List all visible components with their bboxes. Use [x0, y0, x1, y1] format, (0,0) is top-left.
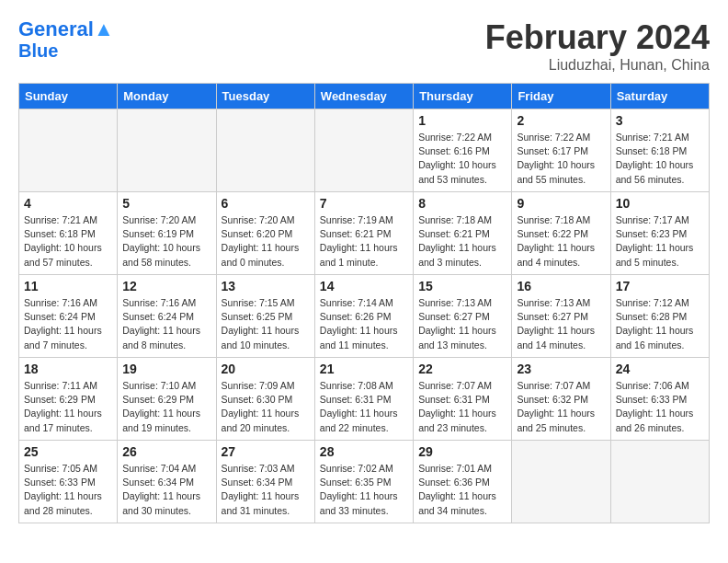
- day-sun-info: Sunrise: 7:18 AMSunset: 6:21 PMDaylight:…: [418, 213, 506, 270]
- day-number: 12: [122, 279, 210, 293]
- calendar-cell: [314, 109, 413, 192]
- day-sun-info: Sunrise: 7:21 AMSunset: 6:18 PMDaylight:…: [616, 131, 704, 187]
- day-number: 20: [222, 362, 310, 376]
- calendar-cell: 15Sunrise: 7:13 AMSunset: 6:27 PMDayligh…: [414, 275, 512, 358]
- calendar-cell: [216, 109, 314, 192]
- logo: General▲ Blue: [18, 18, 114, 61]
- calendar-cell: 3Sunrise: 7:21 AMSunset: 6:18 PMDaylight…: [610, 109, 709, 192]
- calendar-cell: 6Sunrise: 7:20 AMSunset: 6:20 PMDaylight…: [216, 192, 314, 275]
- page-header: General▲ Blue February 2024 Liuduzhai, H…: [18, 18, 710, 74]
- calendar-cell: 24Sunrise: 7:06 AMSunset: 6:33 PMDayligh…: [610, 358, 709, 441]
- day-number: 23: [517, 362, 605, 376]
- calendar-week-row: 1Sunrise: 7:22 AMSunset: 6:16 PMDaylight…: [19, 109, 710, 192]
- logo-text2: Blue: [18, 40, 114, 61]
- calendar-header-row: SundayMondayTuesdayWednesdayThursdayFrid…: [19, 84, 710, 109]
- day-sun-info: Sunrise: 7:01 AMSunset: 6:36 PMDaylight:…: [418, 462, 506, 518]
- calendar-cell: 29Sunrise: 7:01 AMSunset: 6:36 PMDayligh…: [414, 441, 512, 523]
- calendar-cell: 7Sunrise: 7:19 AMSunset: 6:21 PMDaylight…: [314, 192, 413, 275]
- calendar-cell: 26Sunrise: 7:04 AMSunset: 6:34 PMDayligh…: [118, 441, 216, 523]
- day-number: 16: [517, 279, 605, 293]
- day-sun-info: Sunrise: 7:22 AMSunset: 6:16 PMDaylight:…: [418, 131, 506, 187]
- calendar-cell: 21Sunrise: 7:08 AMSunset: 6:31 PMDayligh…: [314, 358, 413, 441]
- day-sun-info: Sunrise: 7:13 AMSunset: 6:27 PMDaylight:…: [418, 296, 506, 352]
- day-number: 13: [222, 279, 310, 293]
- day-number: 21: [320, 362, 408, 376]
- day-sun-info: Sunrise: 7:16 AMSunset: 6:24 PMDaylight:…: [24, 296, 112, 352]
- day-sun-info: Sunrise: 7:11 AMSunset: 6:29 PMDaylight:…: [24, 379, 112, 435]
- calendar-cell: [512, 441, 610, 523]
- calendar-cell: 27Sunrise: 7:03 AMSunset: 6:34 PMDayligh…: [216, 441, 314, 523]
- day-number: 22: [418, 362, 506, 376]
- calendar-cell: 18Sunrise: 7:11 AMSunset: 6:29 PMDayligh…: [19, 358, 118, 441]
- calendar-cell: 11Sunrise: 7:16 AMSunset: 6:24 PMDayligh…: [19, 275, 118, 358]
- day-number: 3: [616, 113, 704, 128]
- day-number: 4: [24, 196, 112, 211]
- day-number: 11: [24, 279, 112, 293]
- day-number: 6: [222, 196, 310, 211]
- day-sun-info: Sunrise: 7:16 AMSunset: 6:24 PMDaylight:…: [122, 296, 210, 352]
- day-sun-info: Sunrise: 7:09 AMSunset: 6:30 PMDaylight:…: [222, 379, 310, 435]
- calendar-cell: 4Sunrise: 7:21 AMSunset: 6:18 PMDaylight…: [19, 192, 118, 275]
- day-sun-info: Sunrise: 7:02 AMSunset: 6:35 PMDaylight:…: [320, 462, 408, 518]
- day-sun-info: Sunrise: 7:18 AMSunset: 6:22 PMDaylight:…: [517, 213, 605, 270]
- day-number: 15: [418, 279, 506, 293]
- day-of-week-header: Thursday: [414, 84, 512, 109]
- calendar-cell: 22Sunrise: 7:07 AMSunset: 6:31 PMDayligh…: [414, 358, 512, 441]
- calendar-cell: 9Sunrise: 7:18 AMSunset: 6:22 PMDaylight…: [512, 192, 610, 275]
- calendar-cell: 13Sunrise: 7:15 AMSunset: 6:25 PMDayligh…: [216, 275, 314, 358]
- day-number: 7: [320, 196, 408, 211]
- day-number: 9: [517, 196, 605, 211]
- calendar-week-row: 18Sunrise: 7:11 AMSunset: 6:29 PMDayligh…: [19, 358, 710, 441]
- day-of-week-header: Wednesday: [314, 84, 413, 109]
- day-sun-info: Sunrise: 7:15 AMSunset: 6:25 PMDaylight:…: [222, 296, 310, 352]
- calendar-cell: 1Sunrise: 7:22 AMSunset: 6:16 PMDaylight…: [414, 109, 512, 192]
- day-sun-info: Sunrise: 7:03 AMSunset: 6:34 PMDaylight:…: [222, 462, 310, 518]
- logo-text: General▲: [18, 18, 114, 40]
- day-sun-info: Sunrise: 7:04 AMSunset: 6:34 PMDaylight:…: [122, 462, 210, 518]
- calendar-cell: 23Sunrise: 7:07 AMSunset: 6:32 PMDayligh…: [512, 358, 610, 441]
- calendar-cell: 19Sunrise: 7:10 AMSunset: 6:29 PMDayligh…: [118, 358, 216, 441]
- calendar-cell: 28Sunrise: 7:02 AMSunset: 6:35 PMDayligh…: [314, 441, 413, 523]
- calendar-week-row: 11Sunrise: 7:16 AMSunset: 6:24 PMDayligh…: [19, 275, 710, 358]
- day-sun-info: Sunrise: 7:07 AMSunset: 6:31 PMDaylight:…: [418, 379, 506, 435]
- calendar-cell: 10Sunrise: 7:17 AMSunset: 6:23 PMDayligh…: [610, 192, 709, 275]
- day-sun-info: Sunrise: 7:20 AMSunset: 6:19 PMDaylight:…: [122, 213, 210, 270]
- calendar-week-row: 4Sunrise: 7:21 AMSunset: 6:18 PMDaylight…: [19, 192, 710, 275]
- day-number: 17: [616, 279, 704, 293]
- day-number: 26: [122, 444, 210, 459]
- day-number: 24: [616, 362, 704, 376]
- day-number: 14: [320, 279, 408, 293]
- day-number: 27: [222, 444, 310, 459]
- day-sun-info: Sunrise: 7:20 AMSunset: 6:20 PMDaylight:…: [222, 213, 310, 270]
- day-number: 19: [122, 362, 210, 376]
- day-sun-info: Sunrise: 7:17 AMSunset: 6:23 PMDaylight:…: [616, 213, 704, 270]
- month-year-title: February 2024: [485, 18, 710, 57]
- day-sun-info: Sunrise: 7:08 AMSunset: 6:31 PMDaylight:…: [320, 379, 408, 435]
- day-sun-info: Sunrise: 7:14 AMSunset: 6:26 PMDaylight:…: [320, 296, 408, 352]
- day-of-week-header: Tuesday: [216, 84, 314, 109]
- day-sun-info: Sunrise: 7:19 AMSunset: 6:21 PMDaylight:…: [320, 213, 408, 270]
- calendar-cell: 8Sunrise: 7:18 AMSunset: 6:21 PMDaylight…: [414, 192, 512, 275]
- calendar-cell: 20Sunrise: 7:09 AMSunset: 6:30 PMDayligh…: [216, 358, 314, 441]
- calendar-cell: 14Sunrise: 7:14 AMSunset: 6:26 PMDayligh…: [314, 275, 413, 358]
- title-section: February 2024 Liuduzhai, Hunan, China: [485, 18, 710, 74]
- calendar-cell: [118, 109, 216, 192]
- day-number: 5: [122, 196, 210, 211]
- calendar-cell: 17Sunrise: 7:12 AMSunset: 6:28 PMDayligh…: [610, 275, 709, 358]
- day-number: 2: [517, 113, 605, 128]
- calendar-cell: 25Sunrise: 7:05 AMSunset: 6:33 PMDayligh…: [19, 441, 118, 523]
- day-sun-info: Sunrise: 7:10 AMSunset: 6:29 PMDaylight:…: [122, 379, 210, 435]
- day-sun-info: Sunrise: 7:05 AMSunset: 6:33 PMDaylight:…: [24, 462, 112, 518]
- day-of-week-header: Monday: [118, 84, 216, 109]
- calendar-table: SundayMondayTuesdayWednesdayThursdayFrid…: [18, 83, 710, 523]
- calendar-cell: 5Sunrise: 7:20 AMSunset: 6:19 PMDaylight…: [118, 192, 216, 275]
- calendar-cell: 16Sunrise: 7:13 AMSunset: 6:27 PMDayligh…: [512, 275, 610, 358]
- day-sun-info: Sunrise: 7:06 AMSunset: 6:33 PMDaylight:…: [616, 379, 704, 435]
- day-sun-info: Sunrise: 7:07 AMSunset: 6:32 PMDaylight:…: [517, 379, 605, 435]
- day-sun-info: Sunrise: 7:22 AMSunset: 6:17 PMDaylight:…: [517, 131, 605, 187]
- day-of-week-header: Friday: [512, 84, 610, 109]
- calendar-cell: 2Sunrise: 7:22 AMSunset: 6:17 PMDaylight…: [512, 109, 610, 192]
- day-number: 29: [418, 444, 506, 459]
- calendar-cell: [610, 441, 709, 523]
- day-number: 10: [616, 196, 704, 211]
